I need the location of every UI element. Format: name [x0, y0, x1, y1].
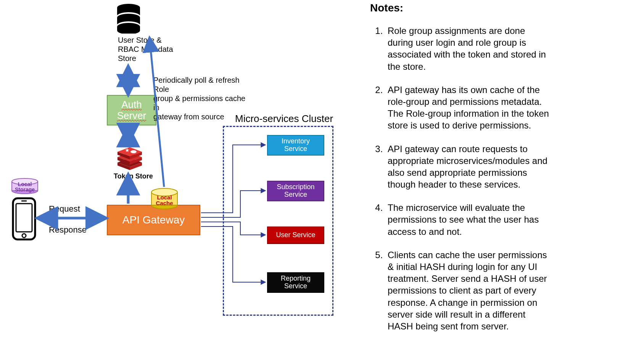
reporting-service-box: Reporting Service — [267, 272, 324, 293]
request-label: Request — [49, 204, 80, 214]
subscription-line1: Subscription — [277, 183, 314, 191]
user-store-label-line1: User Store & — [118, 36, 161, 44]
local-storage-line2: Storage — [15, 186, 35, 193]
user-store-label: User Store & RBAC Metadata Store — [118, 35, 179, 63]
inventory-line1: Inventory — [282, 137, 310, 145]
auth-server-line2: Server — [117, 110, 147, 121]
notes-list: Role group assignments are done during u… — [370, 25, 549, 332]
user-store-label-line2: RBAC Metadata — [118, 45, 173, 53]
poll-line2: group & permissions cache in — [153, 94, 245, 112]
note-item-5: Clients can cache the user permissions &… — [385, 249, 549, 332]
svg-rect-29 — [16, 204, 32, 232]
user-store-label-line3: Store — [118, 54, 136, 63]
svg-text:★: ★ — [125, 148, 129, 153]
note-item-1: Role group assignments are done during u… — [385, 25, 549, 72]
notes-panel: Notes: Role group assignments are done d… — [370, 2, 549, 344]
inventory-line2: Service — [284, 145, 307, 153]
redis-icon: ★ — [114, 143, 145, 172]
svg-point-21 — [130, 150, 137, 153]
subscription-service-box: Subscription Service — [267, 181, 324, 201]
svg-point-30 — [22, 234, 26, 238]
note-item-2: API gateway has its own cache of the rol… — [385, 84, 549, 132]
reporting-line2: Service — [284, 282, 307, 290]
local-cache-label: Local Cache — [153, 194, 176, 206]
api-gateway-label: API Gateway — [122, 214, 185, 226]
poll-line1: Periodically poll & refresh Role — [153, 76, 240, 93]
local-storage-label: Local Storage — [14, 182, 36, 192]
token-store-label: Token Store — [114, 172, 153, 180]
note-item-3: API gateway can route requests to approp… — [385, 143, 549, 191]
user-service-label: User Service — [276, 231, 315, 239]
subscription-line2: Service — [284, 191, 307, 198]
database-icon — [115, 3, 142, 34]
response-label: Response — [49, 225, 87, 235]
local-cache-line2: Cache — [156, 200, 173, 206]
auth-server-line1: Auth — [121, 99, 142, 110]
inventory-service-box: Inventory Service — [267, 135, 324, 156]
auth-server-box: Auth Server — [107, 95, 156, 125]
user-service-box: User Service — [267, 226, 324, 244]
mobile-phone-icon — [11, 197, 37, 241]
reporting-line1: Reporting — [281, 275, 311, 282]
poll-line3: gateway from source — [153, 112, 224, 121]
notes-title: Notes: — [370, 2, 549, 14]
cluster-title: Micro-services Cluster — [235, 113, 333, 125]
note-item-4: The microservice will evaluate the permi… — [385, 202, 549, 238]
